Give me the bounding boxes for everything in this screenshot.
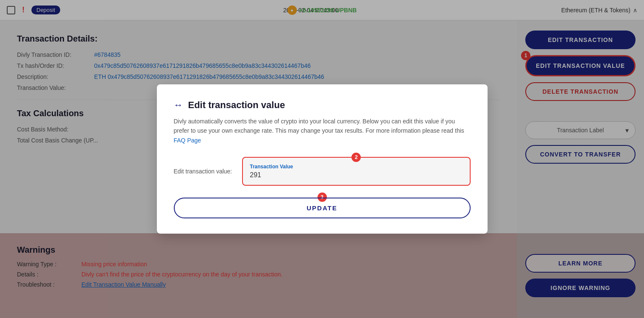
exchange-icon: ↔ [174, 100, 183, 111]
edit-transaction-value-modal: ↔ Edit transaction value Divly automatic… [157, 84, 488, 234]
modal-input-container: 2 Transaction Value [242, 157, 470, 186]
update-button[interactable]: UPDATE [174, 198, 471, 218]
modal-overlay: ↔ Edit transaction value Divly automatic… [0, 0, 644, 318]
modal-header: ↔ Edit transaction value [174, 100, 471, 111]
transaction-value-input[interactable] [250, 171, 463, 179]
modal-input-wrapper: 2 Transaction Value [242, 157, 470, 186]
update-button-wrapper: 3 UPDATE [174, 198, 471, 218]
modal-description: Divly automatically converts the value o… [174, 117, 471, 145]
modal-field-label: Edit transaction value: [174, 168, 232, 175]
modal-input-label: Transaction Value [250, 164, 463, 170]
badge-2: 2 [351, 153, 361, 162]
modal-field-row: Edit transaction value: 2 Transaction Va… [174, 157, 471, 186]
modal-title: Edit transaction value [188, 100, 285, 111]
faq-link[interactable]: FAQ Page [174, 137, 201, 144]
